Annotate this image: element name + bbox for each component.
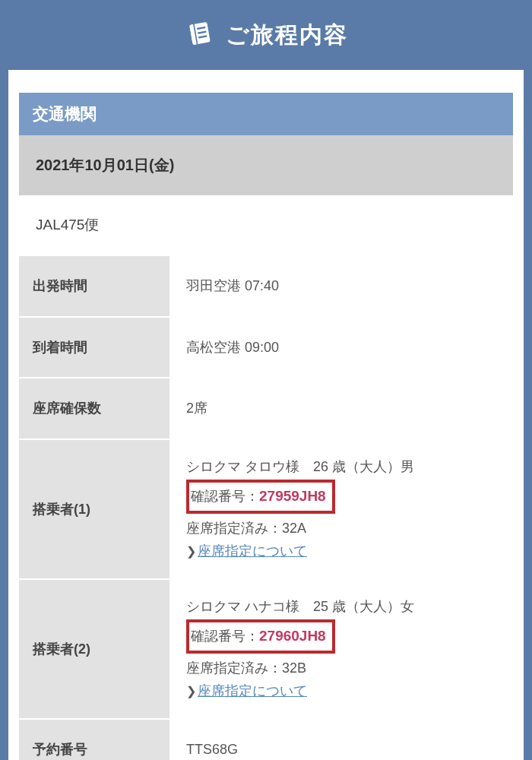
- pax1-seat-link-row: ❯座席指定について: [186, 540, 498, 563]
- travel-date: 2021年10月01日(金): [19, 135, 513, 195]
- pax1-confirm-box: 確認番号：27959JH8: [186, 480, 335, 513]
- svg-line-5: [199, 36, 206, 38]
- pax1-confirm-label: 確認番号：: [191, 489, 259, 504]
- label-passenger-1: 搭乗者(1): [19, 440, 171, 578]
- value-departure: 羽田空港 07:40: [171, 256, 513, 316]
- chevron-right-icon: ❯: [186, 545, 196, 558]
- row-departure: 出発時間 羽田空港 07:40: [19, 255, 513, 316]
- label-seats: 座席確保数: [19, 378, 171, 439]
- pax2-confirm-label: 確認番号：: [191, 629, 259, 644]
- value-seats: 2席: [171, 378, 513, 439]
- pax2-seat-link[interactable]: 座席指定について: [198, 683, 307, 698]
- flight-number: JAL475便: [19, 195, 513, 255]
- label-arrival: 到着時間: [19, 318, 171, 378]
- pax2-confirm-box: 確認番号：27960JH8: [186, 619, 335, 653]
- pax1-seat: 座席指定済み：32A: [186, 517, 498, 540]
- pax1-seat-link[interactable]: 座席指定について: [198, 543, 307, 559]
- row-passenger-2: 搭乗者(2) シロクマ ハナコ様 25 歳（大人）女 確認番号：27960JH8…: [19, 578, 513, 718]
- label-departure: 出発時間: [19, 256, 171, 316]
- value-passenger-1: シロクマ タロウ様 26 歳（大人）男 確認番号：27959JH8 座席指定済み…: [171, 440, 513, 578]
- book-icon: [185, 18, 215, 52]
- pax2-confirm-number: 27960JH8: [259, 628, 326, 644]
- itinerary-card: 交通機関 2021年10月01日(金) JAL475便 出発時間 羽田空港 07…: [8, 70, 524, 760]
- page-header: ご旅程内容: [0, 0, 532, 70]
- pax1-name: シロクマ タロウ様 26 歳（大人）男: [186, 455, 498, 479]
- label-booking: 予約番号: [19, 720, 171, 760]
- value-booking: TTS68G: [171, 720, 513, 760]
- value-passenger-2: シロクマ ハナコ様 25 歳（大人）女 確認番号：27960JH8 座席指定済み…: [171, 580, 513, 718]
- row-arrival: 到着時間 高松空港 09:00: [19, 316, 513, 378]
- pax2-name: シロクマ ハナコ様 25 歳（大人）女: [186, 595, 498, 619]
- row-booking: 予約番号 TTS68G: [19, 718, 513, 760]
- pax1-confirm-number: 27959JH8: [259, 488, 326, 504]
- svg-line-4: [198, 32, 205, 33]
- pax2-seat: 座席指定済み：32B: [186, 657, 498, 680]
- row-passenger-1: 搭乗者(1) シロクマ タロウ様 26 歳（大人）男 確認番号：27959JH8…: [19, 439, 513, 578]
- row-seats: 座席確保数 2席: [19, 377, 513, 439]
- page-title: ご旅程内容: [226, 20, 348, 51]
- pax2-seat-link-row: ❯座席指定について: [186, 679, 498, 703]
- value-arrival: 高松空港 09:00: [171, 318, 513, 378]
- svg-line-3: [198, 27, 204, 29]
- chevron-right-icon: ❯: [186, 685, 196, 698]
- section-transport-header: 交通機関: [19, 93, 513, 135]
- label-passenger-2: 搭乗者(2): [19, 580, 171, 718]
